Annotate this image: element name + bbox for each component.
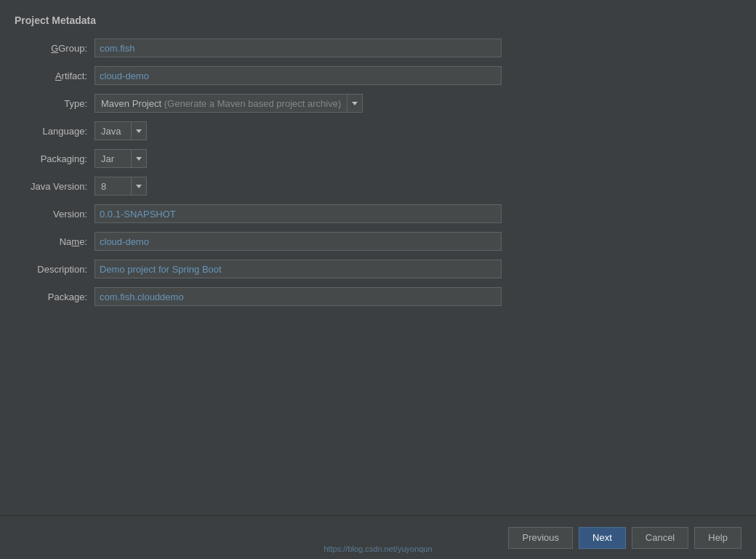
packaging-dropdown-button[interactable] bbox=[131, 149, 147, 168]
type-row: Type: Maven Project (Generate a Maven ba… bbox=[15, 93, 741, 113]
package-input[interactable] bbox=[94, 287, 502, 306]
type-dropdown-wrapper: Maven Project (Generate a Maven based pr… bbox=[94, 94, 363, 113]
group-input[interactable] bbox=[94, 39, 502, 57]
java-version-dropdown-button[interactable] bbox=[131, 177, 147, 196]
type-dropdown-button[interactable] bbox=[347, 94, 363, 113]
type-dropdown-arrow-icon bbox=[352, 102, 358, 105]
package-row: Package: bbox=[15, 286, 741, 307]
name-input[interactable] bbox=[94, 232, 502, 251]
language-dropdown-arrow-icon bbox=[136, 129, 142, 133]
section-title: Project Metadata bbox=[15, 15, 741, 26]
java-version-dropdown-wrapper: 8 bbox=[94, 177, 147, 196]
type-label: Type: bbox=[15, 98, 94, 109]
java-version-label: Java Version: bbox=[15, 181, 94, 192]
artifact-input[interactable] bbox=[94, 66, 502, 85]
packaging-dropdown-arrow-icon bbox=[136, 157, 142, 161]
package-label: Package: bbox=[15, 291, 94, 302]
artifact-row: Artifact: bbox=[15, 65, 741, 86]
java-version-dropdown-text: 8 bbox=[94, 177, 131, 196]
description-row: Description: bbox=[15, 259, 741, 279]
version-input[interactable] bbox=[94, 204, 502, 223]
language-row: Language: Java bbox=[15, 121, 741, 141]
language-dropdown-wrapper: Java bbox=[94, 121, 147, 140]
group-label: GGroup: bbox=[15, 43, 94, 54]
main-container: Project Metadata GGroup: Artifact: Type:… bbox=[0, 0, 756, 559]
language-label: Language: bbox=[15, 126, 94, 137]
description-input[interactable] bbox=[94, 260, 502, 278]
packaging-dropdown-text: Jar bbox=[94, 149, 131, 168]
version-row: Version: bbox=[15, 204, 741, 224]
group-row: GGroup: bbox=[15, 38, 741, 58]
java-version-dropdown-arrow-icon bbox=[136, 185, 142, 188]
url-bar: https://blog.csdn.net/yuyonqun bbox=[0, 544, 756, 553]
java-version-row: Java Version: 8 bbox=[15, 176, 741, 196]
description-label: Description: bbox=[15, 264, 94, 275]
language-dropdown-button[interactable] bbox=[131, 121, 147, 140]
packaging-dropdown-wrapper: Jar bbox=[94, 149, 147, 168]
packaging-label: Packaging: bbox=[15, 153, 94, 164]
name-row: Name: bbox=[15, 231, 741, 252]
artifact-label: Artifact: bbox=[15, 71, 94, 81]
packaging-row: Packaging: Jar bbox=[15, 148, 741, 169]
version-label: Version: bbox=[15, 209, 94, 220]
name-label: Name: bbox=[15, 236, 94, 247]
language-dropdown-text: Java bbox=[94, 121, 131, 140]
type-dropdown-text: Maven Project (Generate a Maven based pr… bbox=[94, 94, 347, 113]
